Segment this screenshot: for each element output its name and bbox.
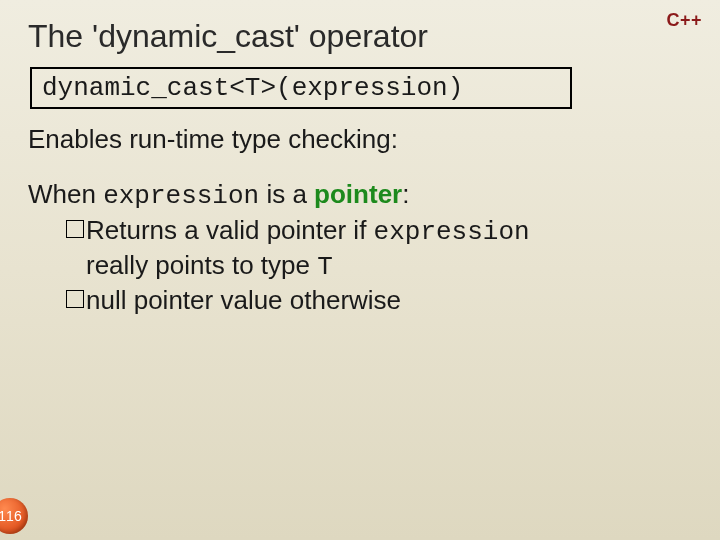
slide-title: The 'dynamic_cast' operator [28, 18, 692, 55]
syntax-code: dynamic_cast<T>(expression) [42, 73, 463, 103]
when-colon: : [402, 179, 409, 209]
page-number: 116 [0, 508, 22, 524]
language-logo: C++ [666, 10, 702, 31]
when-mid: is a [259, 179, 314, 209]
slide-content: The 'dynamic_cast' operator dynamic_cast… [0, 0, 720, 317]
b1-part-a: Returns a valid pointer if [86, 215, 374, 245]
bullet-list: Returns a valid pointer if expression re… [28, 214, 692, 318]
bullet-1-text: Returns a valid pointer if expression [86, 214, 692, 249]
bullet-icon [66, 290, 84, 308]
when-pointer: pointer [314, 179, 402, 209]
bullet-2: null pointer value otherwise [66, 284, 692, 317]
syntax-box: dynamic_cast<T>(expression) [30, 67, 572, 109]
b1-part-b: really points to type [86, 250, 317, 280]
b1-type-T: T [317, 252, 333, 282]
page-number-badge: 116 [0, 498, 28, 534]
body-text: Enables run-time type checking: When exp… [28, 123, 692, 317]
bullet-1-continuation: really points to type T [66, 249, 692, 284]
b1-expression: expression [374, 217, 530, 247]
when-prefix: When [28, 179, 103, 209]
bullet-1: Returns a valid pointer if expression [66, 214, 692, 249]
bullet-icon [66, 220, 84, 238]
bullet-2-text: null pointer value otherwise [86, 284, 692, 317]
when-expression: expression [103, 181, 259, 211]
enables-line: Enables run-time type checking: [28, 123, 692, 156]
when-line: When expression is a pointer: [28, 178, 692, 213]
